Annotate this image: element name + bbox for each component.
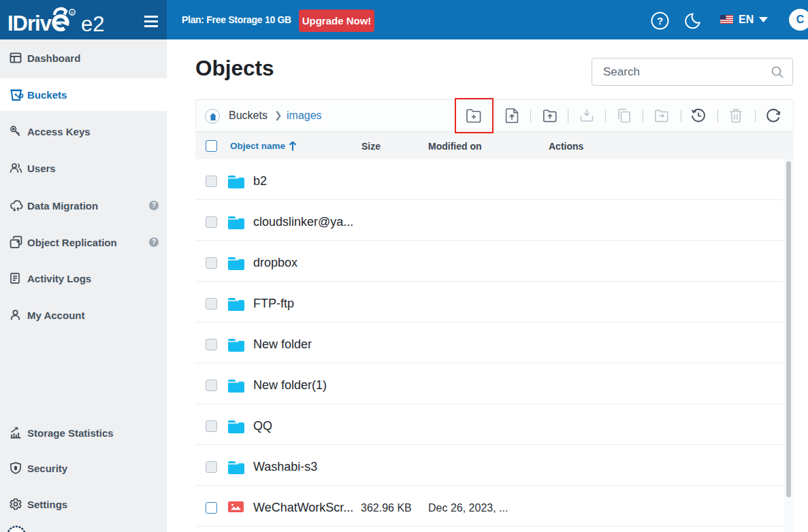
svg-text:IDriv: IDriv xyxy=(7,12,52,35)
svg-text:R: R xyxy=(71,11,74,15)
svg-text:?: ? xyxy=(657,15,663,27)
svg-text:e2: e2 xyxy=(81,12,104,36)
